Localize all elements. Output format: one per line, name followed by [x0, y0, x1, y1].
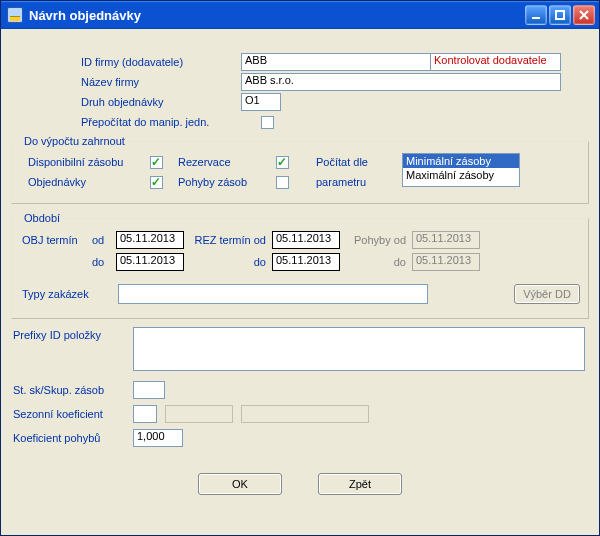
- obdobi-legend: Období: [20, 212, 64, 224]
- footer-buttons: OK Zpět: [9, 473, 591, 495]
- druh-objednavky-label: Druh objednávky: [81, 96, 241, 108]
- stsk-label: St. sk/Skup. zásob: [13, 384, 133, 396]
- zahrnout-fieldset: Do výpočtu zahrnout Disponibilní zásobu …: [11, 135, 589, 204]
- prepocitat-checkbox[interactable]: [261, 116, 274, 129]
- pohyby-od-input: 05.11.2013: [412, 231, 480, 249]
- prepocitat-label: Přepočítat do manip. jedn.: [81, 116, 261, 128]
- rez-do-label: do: [184, 256, 272, 268]
- zahrnout-legend: Do výpočtu zahrnout: [20, 135, 129, 147]
- rez-od-input[interactable]: 05.11.2013: [272, 231, 340, 249]
- window-buttons: [525, 5, 595, 25]
- id-firmy-label: ID firmy (dodavatele): [81, 56, 241, 68]
- parametr-option-max[interactable]: Maximální zásoby: [403, 168, 519, 182]
- sezonni-input-2: [165, 405, 233, 423]
- sezonni-input-3: [241, 405, 369, 423]
- window-title: Návrh objednávky: [29, 8, 525, 23]
- pohyby-do-label: do: [346, 256, 412, 268]
- kontrolovat-dodavatele-link[interactable]: Kontrolovat dodavatele: [431, 53, 561, 71]
- druh-objednavky-input[interactable]: O1: [241, 93, 281, 111]
- client-area: ID firmy (dodavatele) ABB Kontrolovat do…: [1, 29, 599, 535]
- back-button[interactable]: Zpět: [318, 473, 402, 495]
- obj-od-input[interactable]: 05.11.2013: [116, 231, 184, 249]
- parametr-listbox[interactable]: Minimální zásoby Maximální zásoby: [402, 153, 520, 187]
- rez-termin-od-label: REZ termín od: [184, 234, 272, 246]
- ok-button[interactable]: OK: [198, 473, 282, 495]
- maximize-button[interactable]: [549, 5, 571, 25]
- obj-od-label: od: [92, 234, 116, 246]
- pohyby-label: Pohyby zásob: [178, 176, 276, 188]
- obj-termin-label: OBJ termín: [22, 234, 92, 246]
- sezonni-input-1[interactable]: [133, 405, 157, 423]
- obj-do-label: do: [92, 256, 116, 268]
- stsk-input[interactable]: [133, 381, 165, 399]
- nazev-firmy-label: Název firmy: [81, 76, 241, 88]
- id-firmy-input[interactable]: ABB: [241, 53, 431, 71]
- close-button[interactable]: [573, 5, 595, 25]
- prefixy-input[interactable]: [133, 327, 585, 371]
- sezonni-label: Sezonní koeficient: [13, 408, 133, 420]
- obdobi-fieldset: Období OBJ termín od 05.11.2013 REZ term…: [11, 212, 589, 319]
- rezervace-label: Rezervace: [178, 156, 276, 168]
- pohyby-checkbox[interactable]: [276, 176, 289, 189]
- rezervace-checkbox[interactable]: [276, 156, 289, 169]
- rez-do-input[interactable]: 05.11.2013: [272, 253, 340, 271]
- pocitat-label-2: parametru: [316, 176, 366, 188]
- pohyby-od-label: Pohyby od: [346, 234, 412, 246]
- parametr-option-min[interactable]: Minimální zásoby: [403, 154, 519, 168]
- obj-do-input[interactable]: 05.11.2013: [116, 253, 184, 271]
- typy-zakazek-input[interactable]: [118, 284, 428, 304]
- nazev-firmy-input[interactable]: ABB s.r.o.: [241, 73, 561, 91]
- pohyby-do-input: 05.11.2013: [412, 253, 480, 271]
- koef-pohybu-label: Koeficient pohybů: [13, 432, 133, 444]
- vyber-dd-button[interactable]: Výběr DD: [514, 284, 580, 304]
- app-icon: [7, 7, 23, 23]
- objednavky-checkbox[interactable]: [150, 176, 163, 189]
- disponibilni-checkbox[interactable]: [150, 156, 163, 169]
- prefixy-label: Prefixy ID položky: [13, 327, 133, 341]
- minimize-button[interactable]: [525, 5, 547, 25]
- objednavky-label: Objednávky: [28, 176, 150, 188]
- window-frame: Návrh objednávky ID firmy (dodavatele) A…: [0, 0, 600, 536]
- koef-pohybu-input[interactable]: 1,000: [133, 429, 183, 447]
- typy-zakazek-label: Typy zakázek: [22, 288, 118, 300]
- svg-rect-1: [556, 11, 564, 19]
- disponibilni-label: Disponibilní zásobu: [28, 156, 150, 168]
- pocitat-label-1: Počítat dle: [316, 156, 368, 168]
- titlebar: Návrh objednávky: [1, 1, 599, 29]
